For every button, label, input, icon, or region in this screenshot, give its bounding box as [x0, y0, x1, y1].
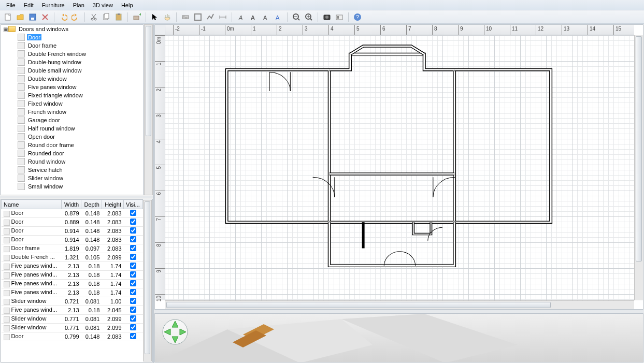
furniture-table[interactable]: NameWidthDepthHeightVisi...Door0.8790.14… [1, 199, 143, 362]
catalog-item-french-window[interactable]: French window [1, 108, 143, 116]
visible-checkbox[interactable] [130, 219, 136, 225]
visible-checkbox[interactable] [130, 245, 136, 251]
room-tool-icon[interactable] [193, 12, 203, 22]
table-row[interactable]: Door0.7990.1482.083 [2, 332, 143, 341]
plan-view[interactable]: -2-10m123456789101112131415 0m1234567891… [154, 24, 643, 310]
plan-canvas[interactable]: N [165, 35, 634, 300]
catalog-item-double-french-window[interactable]: Double French window [1, 50, 143, 58]
text-align-icon[interactable]: A [261, 12, 270, 22]
catalog-item-slider-window[interactable]: Slider window [1, 174, 143, 182]
table-row[interactable]: Door0.8790.1482.083 [2, 209, 143, 218]
visible-checkbox[interactable] [130, 227, 136, 234]
copy-icon[interactable] [102, 12, 111, 22]
paste-icon[interactable] [114, 12, 123, 22]
catalog-item-small-window[interactable]: Small window [1, 182, 143, 191]
3d-view[interactable] [154, 313, 643, 362]
catalog-item-door[interactable]: Door [1, 33, 143, 41]
catalog-item-round-door-frame[interactable]: Round door frame [1, 141, 143, 149]
table-row[interactable]: Slider window0.7210.0811.00 [2, 297, 143, 306]
catalog-category-doors-and-windows[interactable]: ▣Doors and windows [1, 25, 143, 33]
menu-furniture[interactable]: Furniture [38, 1, 69, 9]
open-icon[interactable] [16, 12, 25, 22]
help-icon[interactable]: ? [353, 12, 362, 22]
table-row[interactable]: Five panes wind...2.130.181.74 [2, 288, 143, 297]
new-file-icon[interactable] [3, 12, 12, 22]
cut-icon[interactable] [89, 12, 98, 22]
column-header-depth[interactable]: Depth [81, 200, 102, 209]
catalog-item-fixed-triangle-window[interactable]: Fixed triangle window [1, 91, 143, 99]
menu-plan[interactable]: Plan [69, 1, 89, 9]
catalog-item-five-panes-window[interactable]: Five panes window [1, 83, 143, 91]
dimension-tool-icon[interactable] [218, 12, 227, 22]
visible-checkbox[interactable] [130, 315, 136, 322]
catalog-item-round-window[interactable]: Round window [1, 157, 143, 166]
column-header-width[interactable]: Width [61, 200, 81, 209]
text-bold-icon[interactable]: A [249, 12, 258, 22]
wall-tool-icon[interactable] [181, 12, 190, 22]
visible-checkbox[interactable] [130, 210, 136, 216]
table-row[interactable]: Double French ...1.3210.1052.099 [2, 253, 143, 262]
table-row[interactable]: Door0.9140.1482.083 [2, 236, 143, 244]
catalog-item-service-hatch[interactable]: Service hatch [1, 166, 143, 174]
catalog-item-door-frame[interactable]: Door frame [1, 41, 143, 50]
catalog-item-fixed-window[interactable]: Fixed window [1, 99, 143, 108]
catalog-item-rounded-door[interactable]: Rounded door [1, 149, 143, 157]
table-row[interactable]: Door0.8890.1482.083 [2, 218, 143, 227]
furniture-catalog-tree[interactable]: ▣Doors and windowsDoorDoor frameDouble F… [1, 24, 144, 195]
pan-tool-icon[interactable] [163, 12, 172, 22]
right-splitter[interactable] [154, 310, 644, 313]
visible-checkbox[interactable] [130, 271, 136, 278]
select-tool-icon[interactable] [150, 12, 160, 22]
zoom-out-icon[interactable] [292, 12, 301, 22]
visible-checkbox[interactable] [130, 280, 136, 286]
menu-3d-view[interactable]: 3D view [89, 1, 117, 9]
left-splitter[interactable] [0, 196, 153, 198]
catalog-item-double-window[interactable]: Double window [1, 75, 143, 83]
visible-checkbox[interactable] [130, 298, 136, 304]
undo-icon[interactable] [59, 12, 68, 22]
catalog-item-double-hung-window[interactable]: Double-hung window [1, 58, 143, 66]
plan-horizontal-scrollbar[interactable] [165, 300, 634, 309]
table-row[interactable]: Five panes wind...2.130.182.045 [2, 306, 143, 315]
redo-icon[interactable] [71, 12, 80, 22]
3d-navigation-control[interactable] [162, 319, 188, 345]
visible-checkbox[interactable] [130, 289, 136, 295]
menu-help[interactable]: Help [117, 1, 137, 9]
table-row[interactable]: Five panes wind...2.130.181.74 [2, 262, 143, 271]
visible-checkbox[interactable] [130, 333, 136, 339]
column-header-height[interactable]: Height [102, 200, 123, 209]
menu-file[interactable]: File [2, 1, 20, 9]
polyline-tool-icon[interactable] [206, 12, 215, 22]
column-header-name[interactable]: Name [2, 200, 62, 209]
catalog-item-garage-door[interactable]: Garage door [1, 116, 143, 124]
photo-icon[interactable] [322, 12, 332, 22]
add-furniture-icon[interactable]: + [132, 12, 141, 22]
table-row[interactable]: Door frame1.8190.0972.083 [2, 244, 143, 253]
table-row[interactable]: Slider window0.7710.0812.099 [2, 315, 143, 324]
table-row[interactable]: Five panes wind...2.130.181.74 [2, 280, 143, 288]
plan-vertical-scrollbar[interactable] [634, 35, 643, 300]
catalog-item-half-round-window[interactable]: Half round window [1, 124, 143, 133]
video-icon[interactable] [335, 12, 344, 22]
preferences-icon[interactable] [40, 12, 50, 22]
text-italic-icon[interactable]: A [236, 12, 246, 22]
visible-checkbox[interactable] [130, 236, 136, 242]
catalog-scrollbar[interactable] [144, 24, 153, 195]
visible-checkbox[interactable] [130, 263, 136, 269]
visible-checkbox[interactable] [130, 307, 136, 313]
table-row[interactable]: Five panes wind...2.130.181.74 [2, 271, 143, 280]
visible-checkbox[interactable] [130, 254, 136, 260]
menu-edit[interactable]: Edit [20, 1, 38, 9]
save-icon[interactable] [28, 12, 37, 22]
furniture-table-scrollbar[interactable] [143, 200, 152, 361]
hruler-tick: 0m [225, 25, 225, 35]
catalog-item-open-door[interactable]: Open door [1, 133, 143, 141]
table-row[interactable]: Door0.9140.1482.083 [2, 227, 143, 236]
svg-text:A: A [238, 14, 242, 21]
zoom-in-icon[interactable] [304, 12, 313, 22]
text-tool-icon[interactable]: A [274, 12, 283, 22]
catalog-item-double-small-window[interactable]: Double small window [1, 66, 143, 75]
table-row[interactable]: Slider window0.7710.0812.099 [2, 324, 143, 332]
visible-checkbox[interactable] [130, 324, 136, 330]
column-header-visi[interactable]: Visi... [124, 200, 143, 209]
